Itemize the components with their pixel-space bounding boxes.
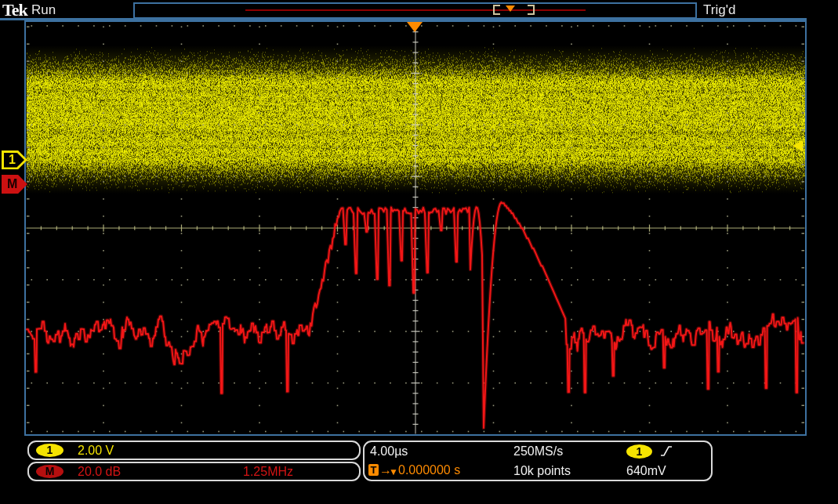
trigger-status: Trig'd bbox=[703, 2, 735, 18]
acquisition-status: Run bbox=[31, 2, 56, 18]
overview-trigger-marker-icon[interactable] bbox=[506, 5, 515, 12]
trigger-t-icon: T bbox=[368, 464, 379, 476]
channel1-readout[interactable]: 1 2.00 V bbox=[27, 441, 361, 460]
horizontal-trigger-readout[interactable]: 4.00µs 250MS/s 1 T → ▼ 0.000000 s 10k po… bbox=[363, 441, 713, 481]
overview-window-right-bracket[interactable] bbox=[528, 5, 535, 15]
channel1-marker-label: 1 bbox=[9, 152, 16, 168]
trigger-position-value: 0.000000 s bbox=[398, 462, 460, 478]
trigger-level-value: 640mV bbox=[626, 463, 666, 479]
channel1-badge: 1 bbox=[36, 444, 63, 457]
math-frequency-scale: 1.25MHz bbox=[243, 464, 293, 480]
math-marker-label: M bbox=[7, 176, 17, 192]
math-reference-marker[interactable]: M bbox=[2, 175, 27, 194]
math-vertical-scale: 20.0 dB bbox=[78, 464, 121, 480]
channel1-reference-marker[interactable]: 1 bbox=[2, 150, 27, 169]
channel1-vertical-scale: 2.00 V bbox=[78, 443, 114, 459]
oscilloscope-screen: Tek Run Trig'd 1 M 1 2.00 V M 20.0 dB 1.… bbox=[0, 0, 838, 504]
trigger-position-marker-icon[interactable] bbox=[407, 22, 423, 32]
record-length: 10k points bbox=[513, 463, 571, 479]
math-badge: M bbox=[36, 465, 63, 478]
overview-window-left-bracket[interactable] bbox=[493, 5, 500, 15]
graticule-frame bbox=[24, 20, 807, 436]
trigger-marker-icon: ▼ bbox=[389, 464, 398, 480]
trigger-level-marker-icon[interactable] bbox=[793, 140, 803, 151]
horizontal-scale: 4.00µs bbox=[370, 444, 408, 459]
sample-rate: 250MS/s bbox=[513, 444, 563, 459]
rising-slope-icon bbox=[660, 444, 673, 458]
waveform-overview-bar[interactable] bbox=[133, 2, 697, 19]
trigger-source-badge: 1 bbox=[626, 444, 652, 459]
math-readout[interactable]: M 20.0 dB 1.25MHz bbox=[27, 462, 361, 481]
